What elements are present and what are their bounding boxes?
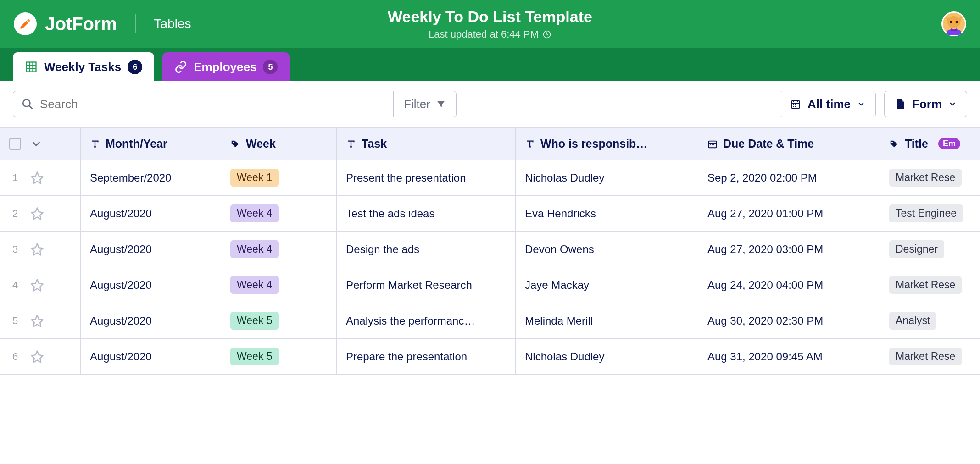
cell-task[interactable]: Prepare the presentation (337, 339, 516, 374)
cell-due-date[interactable]: Aug 30, 2020 02:30 PM (698, 303, 880, 338)
tab-weekly-tasks[interactable]: Weekly Tasks 6 (13, 52, 154, 81)
tab-badge: 5 (263, 60, 278, 74)
table-row[interactable]: 3August/2020Week 4Design the adsDevon Ow… (0, 232, 980, 267)
svg-point-26 (891, 141, 893, 143)
calendar-icon (790, 99, 801, 110)
toolbar: Filter All time Form (0, 81, 980, 127)
cell-title[interactable]: Designer (880, 232, 980, 267)
tab-label: Weekly Tasks (44, 60, 121, 74)
tag-icon (889, 139, 899, 149)
link-icon (174, 61, 187, 73)
week-tag: Week 4 (230, 204, 279, 222)
history-icon (542, 30, 551, 39)
cell-month-year[interactable]: August/2020 (81, 303, 221, 338)
cell-title[interactable]: Market Rese (880, 339, 980, 374)
star-icon[interactable] (30, 207, 44, 221)
tag-icon (230, 139, 240, 149)
time-range-dropdown[interactable]: All time (780, 91, 876, 117)
cell-title[interactable]: Test Enginee (880, 196, 980, 231)
cell-responsible[interactable]: Eva Hendricks (516, 196, 698, 231)
cell-responsible[interactable]: Devon Owens (516, 232, 698, 267)
title-tag: Analyst (889, 312, 936, 330)
form-label: Form (912, 97, 942, 111)
cell-week[interactable]: Week 5 (221, 303, 337, 338)
cell-month-year[interactable]: August/2020 (81, 339, 221, 374)
cell-due-date[interactable]: Aug 24, 2020 04:00 PM (698, 267, 880, 303)
cell-title[interactable]: Analyst (880, 303, 980, 338)
text-icon (90, 139, 100, 149)
table-row[interactable]: 4August/2020Week 4Perform Market Researc… (0, 267, 980, 303)
page-title[interactable]: Weekly To Do List Template (388, 8, 592, 26)
filter-button[interactable]: Filter (394, 91, 457, 117)
cell-task[interactable]: Perform Market Research (337, 267, 516, 303)
form-dropdown[interactable]: Form (884, 91, 967, 117)
cell-month-year[interactable]: August/2020 (81, 232, 221, 267)
svg-rect-18 (793, 106, 794, 107)
svg-point-4 (956, 21, 958, 23)
cell-responsible[interactable]: Nicholas Dudley (516, 160, 698, 195)
section-name[interactable]: Tables (154, 17, 191, 31)
table-row[interactable]: 1September/2020Week 1Present the present… (0, 160, 980, 196)
search-box[interactable] (13, 91, 394, 117)
cell-month-year[interactable]: August/2020 (81, 267, 221, 303)
cell-responsible[interactable]: Jaye Mackay (516, 267, 698, 303)
cell-week[interactable]: Week 1 (221, 160, 337, 195)
tab-employees[interactable]: Employees 5 (162, 52, 290, 81)
cell-month-year[interactable]: August/2020 (81, 196, 221, 231)
data-grid: Month/Year Week Task Who is responsib… D… (0, 127, 980, 375)
column-month-year[interactable]: Month/Year (81, 128, 221, 160)
cell-title[interactable]: Market Rese (880, 160, 980, 195)
svg-rect-23 (710, 144, 711, 145)
cell-task[interactable]: Analysis the performanc… (337, 303, 516, 338)
column-task[interactable]: Task (337, 128, 516, 160)
star-icon[interactable] (30, 314, 44, 328)
star-icon[interactable] (30, 278, 44, 292)
cell-title[interactable]: Market Rese (880, 267, 980, 303)
chevron-down-icon[interactable] (30, 138, 42, 150)
logo-icon[interactable] (14, 12, 37, 35)
text-icon (346, 139, 356, 149)
column-title[interactable]: Title Em (880, 128, 980, 160)
svg-point-2 (947, 16, 960, 28)
table-row[interactable]: 2August/2020Week 4Test the ads ideasEva … (0, 196, 980, 232)
week-tag: Week 4 (230, 240, 279, 258)
title-tag: Market Rese (889, 169, 962, 187)
row-number: 2 (9, 208, 21, 220)
cell-due-date[interactable]: Aug 31, 2020 09:45 AM (698, 339, 880, 374)
table-row[interactable]: 6August/2020Week 5Prepare the presentati… (0, 339, 980, 375)
cell-week[interactable]: Week 4 (221, 196, 337, 231)
table-row[interactable]: 5August/2020Week 5Analysis the performan… (0, 303, 980, 339)
cell-due-date[interactable]: Aug 27, 2020 01:00 PM (698, 196, 880, 231)
cell-task[interactable]: Test the ads ideas (337, 196, 516, 231)
row-number: 1 (9, 172, 21, 184)
text-icon (525, 139, 535, 149)
avatar[interactable] (941, 11, 966, 36)
row-number: 4 (9, 279, 21, 291)
cell-week[interactable]: Week 5 (221, 339, 337, 374)
week-tag: Week 1 (230, 169, 279, 187)
cell-due-date[interactable]: Sep 2, 2020 02:00 PM (698, 160, 880, 195)
svg-rect-25 (713, 144, 714, 145)
cell-responsible[interactable]: Nicholas Dudley (516, 339, 698, 374)
calendar-icon (707, 139, 718, 149)
column-due-date[interactable]: Due Date & Time (698, 128, 880, 160)
column-week[interactable]: Week (221, 128, 337, 160)
star-icon[interactable] (30, 243, 44, 256)
row-selector: 6 (0, 339, 81, 374)
svg-rect-19 (795, 106, 796, 107)
cell-task[interactable]: Present the presentation (337, 160, 516, 195)
cell-responsible[interactable]: Melinda Merill (516, 303, 698, 338)
cell-due-date[interactable]: Aug 27, 2020 03:00 PM (698, 232, 880, 267)
select-all-checkbox[interactable] (9, 138, 21, 150)
column-responsible[interactable]: Who is responsib… (516, 128, 698, 160)
star-icon[interactable] (30, 171, 44, 185)
cell-week[interactable]: Week 4 (221, 232, 337, 267)
row-number: 5 (9, 315, 21, 327)
cell-task[interactable]: Design the ads (337, 232, 516, 267)
time-range-label: All time (807, 97, 851, 111)
search-input[interactable] (40, 97, 385, 111)
cell-week[interactable]: Week 4 (221, 267, 337, 303)
title-relation-badge: Em (938, 138, 960, 149)
cell-month-year[interactable]: September/2020 (81, 160, 221, 195)
star-icon[interactable] (30, 350, 44, 364)
